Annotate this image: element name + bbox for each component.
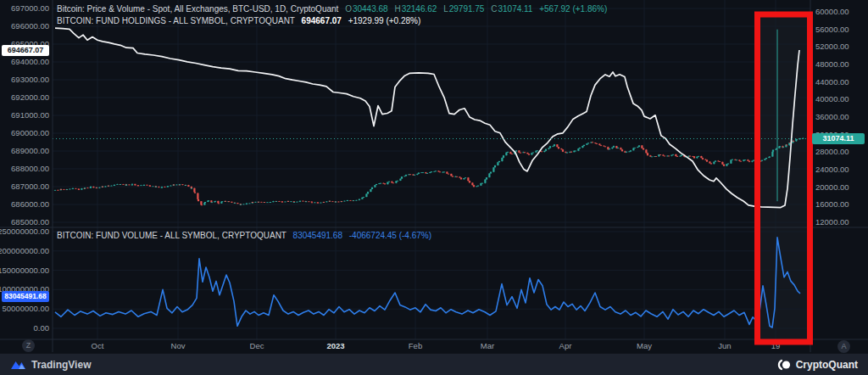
holdings-last-value-label: 694667.07 [2, 45, 49, 56]
x-axis-label: Mar [481, 341, 494, 350]
right-axis-tick: 52000.00 [815, 42, 849, 51]
chart-window: 697000.00696000.00695000.00694000.006930… [0, 0, 868, 375]
left-axis-tick: 692000.00 [11, 92, 49, 102]
ohlc-open-value: 30443.68 [353, 4, 388, 14]
timezone-badge[interactable]: Z [22, 339, 35, 352]
ohlc-close-label: C [491, 4, 497, 14]
left-axis-tick: 694000.00 [11, 57, 49, 66]
fund-holdings-change: +1929.99 (+0.28%) [348, 16, 421, 25]
fund-volume-title: BITCOIN: FUND VOLUME - ALL SYMBOL, CRYPT… [57, 231, 287, 240]
price-last-value-label: 31074.11 [812, 133, 865, 144]
left-axis-tick: 689000.00 [11, 146, 49, 155]
left-axis-tick: 690000.00 [11, 128, 49, 137]
right-axis-tick: 28000.00 [815, 147, 849, 156]
tradingview-label: TradingView [31, 359, 91, 371]
ohlc-low-value: 29791.75 [449, 4, 485, 14]
right-axis-tick: 16000.00 [815, 199, 849, 209]
ohlc-close-value: 31074.11 [498, 4, 532, 14]
left-axis-tick: 691000.00 [11, 110, 49, 120]
right-axis-tick: 24000.00 [815, 165, 849, 174]
volume-axis-tick: 50000000.00 [3, 304, 49, 313]
x-axis-label: Oct [92, 341, 104, 350]
volume-axis-tick: 200000000.00 [0, 246, 49, 255]
x-axis-label: Dec [250, 341, 264, 350]
left-axis-tick: 688000.00 [11, 164, 49, 173]
x-axis-label: Apr [559, 341, 572, 350]
volume-last-value-label: 83045491.68 [2, 291, 49, 302]
right-axis-tick: 56000.00 [815, 25, 849, 34]
right-axis-tick: 48000.00 [815, 59, 849, 69]
right-axis-tick: 60000.00 [815, 7, 849, 16]
right-axis-tick: 40000.00 [815, 94, 849, 104]
left-axis-tick: 686000.00 [11, 199, 49, 209]
x-axis-label: Jun [718, 341, 731, 350]
fund-holdings-value: 694667.07 [302, 16, 342, 25]
x-axis-label: Feb [409, 341, 422, 350]
ohlc-low-label: L [443, 4, 448, 14]
fund-volume-change: -4066724.45 (-4.67%) [349, 231, 431, 240]
left-axis-tick: 687000.00 [11, 182, 49, 191]
left-axis-tick: 685000.00 [11, 217, 49, 227]
right-axis-tick: 12000.00 [815, 217, 849, 227]
chart-canvas[interactable]: 697000.00696000.00695000.00694000.006930… [0, 0, 868, 352]
cryptoquant-link[interactable]: CryptoQuant [776, 358, 858, 372]
left-axis-tick: 696000.00 [11, 21, 49, 31]
cryptoquant-logo-icon [776, 358, 791, 372]
right-axis-tick: 44000.00 [815, 77, 849, 87]
ohlc-open-label: O [345, 4, 352, 14]
fund-volume-legend: BITCOIN: FUND VOLUME - ALL SYMBOL, CRYPT… [57, 231, 431, 240]
x-axis-label: May [637, 341, 652, 350]
symbol-description: Bitcoin: Price & Volume - Spot, All Exch… [57, 4, 338, 14]
ohlc-high-label: H [394, 4, 400, 14]
left-axis-tick: 697000.00 [11, 3, 49, 13]
auto-scale-badge[interactable]: A [837, 340, 850, 353]
attribution-bar: TradingView CryptoQuant [0, 353, 868, 375]
right-axis-tick: 20000.00 [815, 182, 849, 192]
left-axis-tick: 693000.00 [11, 75, 49, 84]
tradingview-logo-icon [10, 358, 26, 371]
tradingview-link[interactable]: TradingView [10, 358, 91, 371]
fund-volume-value: 83045491.68 [293, 231, 342, 240]
x-axis-label: 2023 [326, 341, 344, 350]
fund-holdings-title: BITCOIN: FUND HOLDINGS - ALL SYMBOL, CRY… [57, 16, 295, 25]
x-axis-label: Nov [171, 341, 186, 350]
fund-holdings-line [55, 28, 799, 208]
fund-holdings-legend: BITCOIN: FUND HOLDINGS - ALL SYMBOL, CRY… [57, 16, 420, 25]
btc-candles [54, 137, 804, 205]
volume-axis-tick: 250000000.00 [0, 227, 49, 236]
right-axis-tick: 36000.00 [815, 112, 849, 121]
ohlc-high-value: 32146.62 [402, 4, 437, 14]
volume-axis-tick: 0.00 [34, 323, 50, 333]
cryptoquant-label: CryptoQuant [796, 359, 858, 371]
main-chart-legend: Bitcoin: Price & Volume - Spot, All Exch… [57, 4, 607, 14]
price-change: +567.92 (+1.86%) [539, 4, 607, 14]
volume-axis-tick: 150000000.00 [0, 266, 49, 275]
